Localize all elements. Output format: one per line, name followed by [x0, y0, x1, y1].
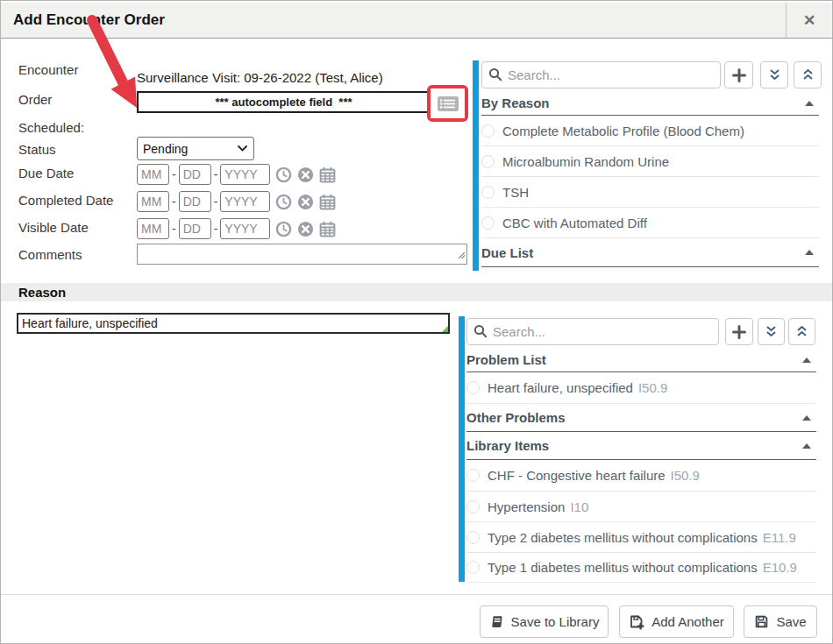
radio-icon[interactable] — [466, 531, 480, 544]
resize-grip-icon[interactable] — [458, 247, 466, 263]
calendar-icon[interactable] — [319, 221, 336, 237]
section-header-due-list[interactable]: Due List — [481, 238, 819, 267]
dialog-titlebar: Add Encounter Order ✕ — [1, 3, 832, 39]
collapse-icon[interactable] — [805, 250, 814, 255]
double-chevron-up-icon — [801, 68, 815, 81]
clear-date-icon[interactable] — [297, 194, 314, 210]
date-separator: - — [172, 195, 176, 209]
completed-date-month-input[interactable] — [137, 191, 169, 212]
reason-search-input[interactable] — [466, 318, 719, 345]
order-label: Order — [18, 92, 52, 107]
list-item[interactable]: CHF - Congestive heart failure I50.9 — [466, 460, 816, 492]
clear-date-icon[interactable] — [297, 166, 314, 183]
collapse-icon[interactable] — [802, 357, 811, 363]
radio-icon[interactable] — [481, 216, 495, 230]
dialog-title: Add Encounter Order — [1, 11, 165, 29]
date-separator: - — [172, 222, 176, 236]
collapse-icon[interactable] — [805, 101, 814, 106]
section-title: Due List — [481, 245, 533, 260]
collapse-icon[interactable] — [802, 415, 811, 421]
add-reason-button[interactable] — [725, 318, 753, 345]
expand-all-orders-button[interactable] — [794, 61, 822, 88]
completed-date-day-input[interactable] — [179, 191, 211, 212]
footer-divider — [1, 594, 832, 595]
radio-icon[interactable] — [466, 561, 480, 574]
comments-label: Comments — [18, 247, 82, 262]
add-order-button[interactable] — [724, 61, 753, 88]
list-item[interactable]: Type 1 diabetes mellitus without complic… — [466, 553, 816, 583]
close-icon: ✕ — [803, 11, 815, 30]
list-item-label: CBC with Automated Diff — [502, 216, 647, 230]
save-to-library-button[interactable]: Save to Library — [480, 605, 609, 638]
comments-input[interactable] — [137, 244, 467, 265]
save-button[interactable]: Save — [744, 605, 817, 638]
list-item[interactable]: TSH — [481, 177, 819, 208]
reason-picker-accent-bar — [459, 316, 465, 582]
close-button[interactable]: ✕ — [786, 3, 832, 38]
clock-icon[interactable] — [275, 221, 292, 237]
save-icon — [754, 614, 769, 629]
order-autocomplete-input[interactable] — [137, 91, 431, 113]
section-header-other-problems[interactable]: Other Problems — [466, 404, 816, 432]
visible-date-day-input[interactable] — [179, 218, 211, 239]
radio-icon[interactable] — [481, 124, 495, 138]
save-to-library-label: Save to Library — [511, 614, 600, 629]
list-item-label: CHF - Congestive heart failure — [488, 468, 666, 483]
radio-icon[interactable] — [466, 469, 480, 482]
reason-autocomplete-input[interactable] — [17, 313, 450, 334]
section-header-problem-list[interactable]: Problem List — [466, 348, 816, 372]
status-select[interactable]: Pending — [138, 138, 253, 159]
reason-section-header: Reason — [1, 283, 832, 301]
clear-date-icon[interactable] — [297, 221, 314, 237]
status-select-wrap: Pending — [137, 137, 254, 160]
list-item-label: Heart failure, unspecified — [488, 380, 633, 395]
list-item-label: Hypertension — [488, 499, 565, 514]
list-item[interactable]: Complete Metabolic Profile (Blood Chem) — [481, 116, 819, 146]
due-date-month-input[interactable] — [137, 164, 169, 185]
radio-icon[interactable] — [481, 186, 495, 199]
icd-code: E11.9 — [763, 530, 796, 545]
clock-icon[interactable] — [275, 194, 292, 210]
list-item[interactable]: Hypertension I10 — [466, 492, 816, 522]
date-separator: - — [214, 167, 218, 181]
add-another-label: Add Another — [651, 614, 724, 629]
section-title: Other Problems — [466, 410, 566, 425]
section-header-by-reason[interactable]: By Reason — [481, 91, 819, 116]
order-search-input[interactable] — [481, 61, 721, 88]
collapse-icon[interactable] — [802, 443, 811, 449]
add-encounter-order-dialog: Add Encounter Order ✕ Encounter Order Sc… — [0, 0, 833, 644]
clock-icon[interactable] — [275, 166, 292, 183]
section-title: Problem List — [466, 352, 546, 367]
date-separator: - — [214, 195, 218, 209]
list-item[interactable]: CBC with Automated Diff — [481, 208, 819, 238]
comments-field-wrap — [137, 244, 467, 265]
radio-icon[interactable] — [466, 500, 480, 513]
calendar-icon[interactable] — [319, 166, 336, 183]
reason-search-wrap — [466, 318, 719, 345]
due-date-label: Due Date — [18, 166, 74, 180]
collapse-all-orders-button[interactable] — [760, 61, 788, 88]
date-separator: - — [172, 167, 176, 181]
list-item[interactable]: Heart failure, unspecified I50.9 — [466, 372, 816, 404]
double-chevron-down-icon — [765, 325, 778, 338]
list-item[interactable]: Microalbumin Random Urine — [481, 146, 819, 177]
due-date-day-input[interactable] — [179, 164, 211, 185]
due-date-year-input[interactable] — [220, 164, 270, 185]
visible-date-year-input[interactable] — [220, 218, 270, 239]
order-list-picker-button[interactable] — [431, 88, 465, 118]
date-separator: - — [214, 222, 218, 236]
visible-date-row: - - — [137, 218, 336, 239]
radio-icon[interactable] — [481, 155, 495, 168]
section-header-library-items[interactable]: Library Items — [466, 432, 816, 460]
list-item-label: Complete Metabolic Profile (Blood Chem) — [502, 124, 744, 138]
collapse-all-reasons-button[interactable] — [758, 318, 785, 345]
list-item[interactable]: Type 2 diabetes mellitus without complic… — [466, 522, 816, 553]
expand-all-reasons-button[interactable] — [788, 318, 815, 345]
plus-icon — [732, 68, 746, 82]
completed-date-year-input[interactable] — [220, 191, 270, 212]
visible-date-month-input[interactable] — [137, 218, 169, 239]
calendar-icon[interactable] — [319, 194, 336, 210]
add-another-button[interactable]: Add Another — [619, 605, 734, 638]
radio-icon[interactable] — [466, 381, 480, 394]
encounter-label: Encounter — [18, 62, 78, 77]
